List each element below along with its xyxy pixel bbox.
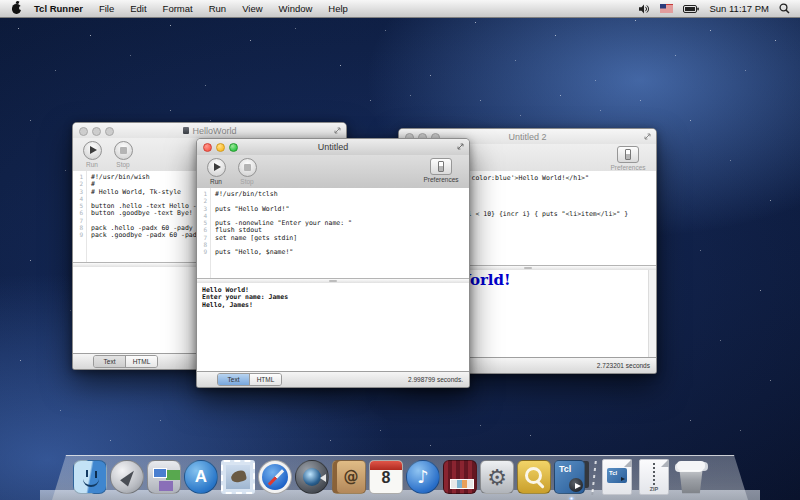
dock-separator-icon xyxy=(591,461,597,495)
run-time-status: 2.998799 seconds. xyxy=(408,376,463,383)
stop-icon xyxy=(244,164,251,171)
run-button[interactable]: Run xyxy=(204,158,228,185)
window-title: HelloWorld xyxy=(193,126,237,136)
code-line: 9puts "Hello, $name!" xyxy=(197,248,469,255)
output-line: Hello World! xyxy=(197,286,469,293)
safari-icon[interactable] xyxy=(257,459,293,495)
menu-bar-left: Tcl Runner File Edit Format Run View Win… xyxy=(0,0,356,17)
menu-help[interactable]: Help xyxy=(320,0,356,17)
resize-grip-icon[interactable] xyxy=(334,127,341,134)
app-menu[interactable]: Tcl Runner xyxy=(26,0,91,17)
window-title: Untitled xyxy=(318,142,349,152)
menu-bar: Tcl Runner File Edit Format Run View Win… xyxy=(0,0,800,18)
document-proxy-icon xyxy=(183,127,189,134)
tab-html[interactable]: HTML xyxy=(125,356,157,367)
preferences-icon xyxy=(430,158,452,175)
battery-icon[interactable] xyxy=(683,5,699,13)
resize-grip-icon[interactable] xyxy=(457,143,464,150)
run-button[interactable]: Run xyxy=(80,141,104,168)
menu-file[interactable]: File xyxy=(91,0,122,17)
output-mode-segmented-control: Text HTML xyxy=(217,373,282,386)
helloworld-titlebar[interactable]: HelloWorld xyxy=(73,123,346,139)
resize-grip-icon[interactable] xyxy=(644,133,651,140)
code-line: 2 xyxy=(197,197,469,204)
app-store-icon[interactable] xyxy=(183,459,219,495)
close-button[interactable] xyxy=(203,143,212,152)
helloworld-window-controls xyxy=(79,127,114,136)
menu-view[interactable]: View xyxy=(234,0,270,17)
launchpad-icon[interactable] xyxy=(109,459,145,495)
untitled-bottombar: Text HTML 2.998799 seconds. xyxy=(197,371,469,387)
trash-paper xyxy=(677,461,705,470)
stop-button[interactable]: Stop xyxy=(111,141,135,168)
untitled-window-controls xyxy=(203,143,238,152)
minimize-button[interactable] xyxy=(216,143,225,152)
itunes-icon[interactable] xyxy=(405,459,441,495)
play-icon xyxy=(90,146,97,154)
spotlight-icon[interactable] xyxy=(779,3,790,14)
code-line: 5puts -nonewline "Enter your name: " xyxy=(197,219,469,226)
mail-icon[interactable] xyxy=(220,459,256,495)
zip-archive-icon[interactable]: ZIP xyxy=(636,459,672,495)
zoom-button[interactable] xyxy=(105,127,114,136)
apple-menu-icon[interactable] xyxy=(12,4,21,14)
play-icon xyxy=(214,163,221,171)
trash-icon[interactable] xyxy=(673,459,709,495)
untitled-titlebar[interactable]: Untitled xyxy=(197,139,469,156)
scrollbar-track[interactable] xyxy=(648,270,656,361)
preferences-button[interactable]: Preferences xyxy=(421,158,461,183)
ical-icon[interactable]: 8 xyxy=(368,459,404,495)
minimize-button[interactable] xyxy=(92,127,101,136)
stop-icon xyxy=(120,147,127,154)
stop-button[interactable]: Stop xyxy=(235,158,259,185)
facetime-camera-icon[interactable] xyxy=(294,459,330,495)
tab-html[interactable]: HTML xyxy=(249,374,281,385)
close-button[interactable] xyxy=(79,127,88,136)
code-line: 8 xyxy=(197,241,469,248)
code-line: 1#!/usr/bin/tclsh xyxy=(197,190,469,197)
output-pane[interactable]: Hello World!Enter your name: JamesHello,… xyxy=(197,283,469,375)
desktop: Tcl Runner File Edit Format Run View Win… xyxy=(0,0,800,500)
tcl-runner-icon[interactable] xyxy=(553,459,589,495)
photo-booth-icon[interactable] xyxy=(442,459,478,495)
output-mode-segmented-control: Text HTML xyxy=(93,355,158,368)
menu-format[interactable]: Format xyxy=(155,0,201,17)
preferences-button[interactable]: Preferences xyxy=(608,146,648,171)
finder-icon[interactable] xyxy=(72,459,108,495)
menu-run[interactable]: Run xyxy=(201,0,234,17)
zoom-button[interactable] xyxy=(229,143,238,152)
input-source-flag-icon[interactable] xyxy=(660,4,673,13)
code-editor[interactable]: 1#!/usr/bin/tclsh23puts "Hello World!"45… xyxy=(197,188,469,280)
window-title: Untitled 2 xyxy=(508,132,546,142)
address-book-icon[interactable] xyxy=(331,459,367,495)
menu-window[interactable]: Window xyxy=(271,0,321,17)
menu-bar-status: Sun 11:17 PM xyxy=(639,3,800,14)
code-line: 3puts "Hello World!" xyxy=(197,205,469,212)
code-line: 4 xyxy=(197,212,469,219)
menu-clock[interactable]: Sun 11:17 PM xyxy=(709,3,769,14)
menu-edit[interactable]: Edit xyxy=(122,0,154,17)
window-untitled[interactable]: Untitled Run Stop Preferences 1#!/usr/bi… xyxy=(196,138,470,388)
volume-icon[interactable] xyxy=(639,4,650,14)
dock: 8 Tcl ZIP xyxy=(72,459,709,495)
tab-text[interactable]: Text xyxy=(218,374,249,385)
mission-control-icon[interactable] xyxy=(146,459,182,495)
tab-text[interactable]: Text xyxy=(94,356,125,367)
output-line: Enter your name: James xyxy=(197,293,469,300)
system-preferences-icon[interactable] xyxy=(479,459,515,495)
file-search-icon[interactable] xyxy=(516,459,552,495)
code-line: 7set name [gets stdin] xyxy=(197,234,469,241)
code-line: 6flush stdout xyxy=(197,226,469,233)
preferences-icon xyxy=(617,146,639,163)
tcl-document-icon[interactable]: Tcl xyxy=(599,459,635,495)
play-badge-icon xyxy=(575,483,581,489)
untitled-toolbar: Run Stop Preferences xyxy=(197,155,469,189)
output-line: Hello, James! xyxy=(197,301,469,308)
run-time-status: 2.723201 seconds xyxy=(597,362,650,369)
